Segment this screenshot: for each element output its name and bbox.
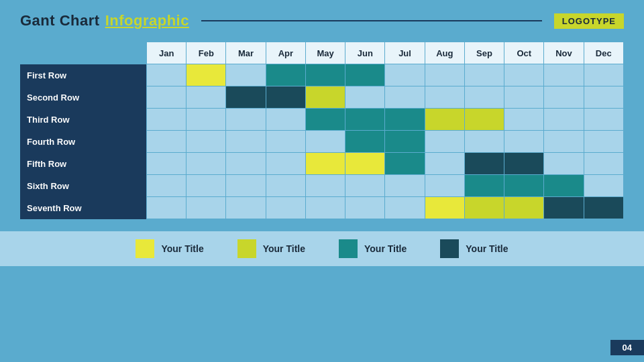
gantt-cell xyxy=(464,64,504,86)
gantt-cell xyxy=(305,153,345,175)
gantt-cell xyxy=(425,64,464,86)
gantt-cell xyxy=(504,197,544,219)
row-label: Seventh Row xyxy=(20,197,147,219)
gantt-cell xyxy=(305,175,345,197)
gantt-cell xyxy=(186,64,226,86)
chart-container: JanFebMarAprMayJunJulAugSepOctNovDec Fir… xyxy=(0,36,644,219)
legend-label: Your Title xyxy=(364,243,407,254)
gantt-cell xyxy=(385,131,425,153)
gantt-cell xyxy=(186,175,226,197)
gantt-cell xyxy=(544,153,584,175)
gantt-cell xyxy=(544,64,584,86)
gantt-cell xyxy=(226,197,266,219)
gantt-cell xyxy=(464,153,504,175)
legend-item: Your Title xyxy=(339,239,407,258)
table-row: Sixth Row xyxy=(20,175,624,197)
gantt-cell xyxy=(385,86,425,109)
table-row: First Row xyxy=(20,64,624,86)
gantt-cell xyxy=(504,131,544,153)
legend-item: Your Title xyxy=(136,239,203,258)
gantt-cell xyxy=(544,197,584,219)
month-header-oct: Oct xyxy=(504,42,544,64)
legend-label: Your Title xyxy=(466,243,508,254)
title-highlight: Infographic xyxy=(105,12,189,29)
page-number: 04 xyxy=(610,340,644,355)
gantt-cell xyxy=(385,109,425,131)
month-header-jul: Jul xyxy=(385,42,425,64)
legend-swatch xyxy=(136,239,154,258)
gantt-cell xyxy=(345,109,385,131)
table-row: Third Row xyxy=(20,109,624,131)
gantt-cell xyxy=(584,175,623,197)
month-header-aug: Aug xyxy=(425,42,464,64)
gantt-cell xyxy=(385,64,425,86)
gantt-cell xyxy=(544,86,584,109)
legend-bar: Your TitleYour TitleYour TitleYour Title xyxy=(0,231,644,266)
legend-label: Your Title xyxy=(161,243,203,254)
gantt-cell xyxy=(226,175,266,197)
gantt-cell xyxy=(305,86,345,109)
gantt-cell xyxy=(584,153,623,175)
gantt-cell xyxy=(584,197,623,219)
gantt-cell xyxy=(147,64,186,86)
gantt-cell xyxy=(345,86,385,109)
gantt-cell xyxy=(345,153,385,175)
gantt-cell xyxy=(266,86,305,109)
month-header-apr: Apr xyxy=(266,42,305,64)
gantt-cell xyxy=(266,109,305,131)
gantt-cell xyxy=(147,197,186,219)
month-header-may: May xyxy=(305,42,345,64)
gantt-cell xyxy=(584,86,623,109)
gantt-cell xyxy=(305,131,345,153)
gantt-cell xyxy=(504,86,544,109)
gantt-cell xyxy=(504,175,544,197)
gantt-cell xyxy=(464,109,504,131)
gantt-cell xyxy=(147,175,186,197)
row-label: Fourth Row xyxy=(20,131,147,153)
gantt-cell xyxy=(385,197,425,219)
gantt-cell xyxy=(544,175,584,197)
table-row: Fourth Row xyxy=(20,131,624,153)
gantt-cell xyxy=(147,86,186,109)
legend-swatch xyxy=(440,239,459,258)
legend-item: Your Title xyxy=(237,239,305,258)
month-header-feb: Feb xyxy=(186,42,226,64)
legend-item: Your Title xyxy=(440,239,508,258)
table-row: Seventh Row xyxy=(20,197,624,219)
gantt-cell xyxy=(147,153,186,175)
gantt-cell xyxy=(425,109,464,131)
row-label: Third Row xyxy=(20,109,147,131)
gantt-cell xyxy=(584,131,623,153)
gantt-cell xyxy=(544,109,584,131)
month-header-jan: Jan xyxy=(147,42,186,64)
month-header-jun: Jun xyxy=(345,42,385,64)
month-header-mar: Mar xyxy=(226,42,266,64)
corner-cell xyxy=(20,42,147,64)
gantt-cell xyxy=(385,153,425,175)
legend-swatch xyxy=(339,239,358,258)
gantt-cell xyxy=(305,197,345,219)
month-header-sep: Sep xyxy=(464,42,504,64)
row-label: Fifth Row xyxy=(20,153,147,175)
table-row: Fifth Row xyxy=(20,153,624,175)
gantt-cell xyxy=(226,64,266,86)
gantt-cell xyxy=(464,86,504,109)
gantt-cell xyxy=(147,109,186,131)
gantt-cell xyxy=(504,64,544,86)
gantt-cell xyxy=(504,109,544,131)
row-label: First Row xyxy=(20,64,147,86)
gantt-cell xyxy=(226,153,266,175)
gantt-cell xyxy=(186,153,226,175)
table-row: Second Row xyxy=(20,86,624,109)
legend-swatch xyxy=(237,239,256,258)
gantt-cell xyxy=(544,131,584,153)
gantt-cell xyxy=(425,131,464,153)
title-area: Gant Chart Infographic xyxy=(20,12,189,29)
gantt-cell xyxy=(266,131,305,153)
gantt-cell xyxy=(186,86,226,109)
gantt-cell xyxy=(425,153,464,175)
gantt-cell xyxy=(584,109,623,131)
month-header-row: JanFebMarAprMayJunJulAugSepOctNovDec xyxy=(20,42,624,64)
gantt-cell xyxy=(266,64,305,86)
gantt-cell xyxy=(345,197,385,219)
